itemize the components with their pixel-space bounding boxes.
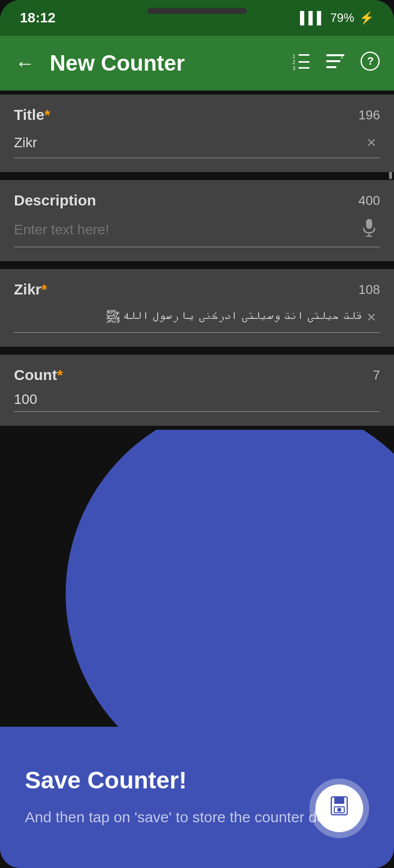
svg-rect-16	[334, 797, 344, 804]
description-field-card: Description 400	[0, 180, 394, 261]
numbered-list-icon[interactable]: 1 2 3	[289, 48, 314, 79]
zikr-field-card: Zikr* 108 قلت حيلتى انت وسيلتى ادركنى يا…	[0, 269, 394, 347]
app-bar: ← New Counter 1 2 3 1	[0, 36, 394, 91]
svg-rect-7	[326, 60, 340, 62]
zikr-count: 108	[359, 282, 380, 297]
zikr-input-row: قلت حيلتى انت وسيلتى ادركنى يا رسول الله…	[14, 306, 380, 333]
battery-icon: ⚡	[359, 11, 374, 25]
svg-text:1: 1	[293, 54, 296, 59]
back-button[interactable]: ←	[10, 47, 40, 80]
save-fab[interactable]	[309, 778, 369, 838]
desc-count: 400	[359, 193, 380, 208]
mic-icon[interactable]	[358, 217, 380, 243]
desc-label: Description	[14, 192, 96, 209]
zikr-value: قلت حيلتى انت وسيلتى ادركنى يا رسول الله…	[14, 309, 363, 325]
fab-inner	[315, 784, 363, 832]
status-icons: ▌▌▌ 79% ⚡	[300, 11, 374, 25]
save-icon	[328, 795, 350, 822]
zikr-label: Zikr*	[14, 281, 47, 298]
count-input[interactable]	[14, 391, 380, 407]
svg-rect-5	[298, 67, 309, 69]
notch	[147, 8, 247, 14]
title-clear-icon[interactable]: ×	[363, 131, 380, 154]
title-count: 196	[359, 107, 380, 123]
count-count: 7	[373, 368, 380, 383]
svg-rect-1	[298, 54, 309, 56]
title-header: Title* 196	[14, 106, 380, 123]
title-label: Title*	[14, 106, 50, 123]
svg-text:1: 1	[340, 53, 343, 59]
svg-rect-12	[366, 219, 372, 229]
title-input[interactable]	[14, 135, 363, 151]
desc-header: Description 400	[14, 192, 380, 209]
zikr-header: Zikr* 108	[14, 281, 380, 298]
signal-icon: ▌▌▌	[300, 11, 325, 25]
title-field-card: Title* 196 ×	[0, 95, 394, 172]
fab-container	[309, 778, 369, 838]
app-bar-icons: 1 2 3 1 ?	[289, 47, 384, 80]
count-field-card: Count* 7	[0, 355, 394, 426]
page-title: New Counter	[50, 51, 279, 76]
battery-label: 79%	[330, 11, 354, 25]
sort-icon[interactable]: 1	[322, 48, 348, 79]
svg-rect-8	[326, 66, 336, 68]
help-icon[interactable]: ?	[356, 47, 384, 80]
desc-input[interactable]	[14, 222, 358, 238]
svg-point-18	[337, 808, 341, 812]
count-header: Count* 7	[14, 367, 380, 384]
svg-text:?: ?	[367, 55, 374, 67]
phone-frame: 18:12 ▌▌▌ 79% ⚡ ← New Counter 1 2 3	[0, 0, 394, 868]
status-time: 18:12	[20, 10, 56, 26]
desc-input-row	[14, 217, 380, 247]
zikr-clear-icon[interactable]: ×	[363, 306, 380, 328]
svg-rect-3	[298, 61, 309, 63]
count-label: Count*	[14, 367, 63, 384]
status-bar: 18:12 ▌▌▌ 79% ⚡	[0, 0, 394, 36]
svg-text:3: 3	[293, 66, 296, 70]
title-input-row: ×	[14, 131, 380, 158]
count-input-row	[14, 391, 380, 412]
form-area: Title* 196 × Description 400	[0, 91, 394, 868]
bottom-section: Save Counter! And then tap on 'save' to …	[0, 430, 394, 868]
svg-text:2: 2	[293, 60, 296, 65]
